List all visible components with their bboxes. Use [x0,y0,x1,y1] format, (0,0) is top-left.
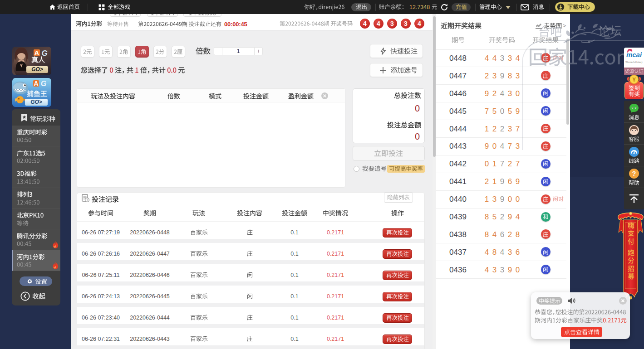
svg-text:¥: ¥ [632,76,636,83]
svg-text:G: G [41,80,46,87]
svg-text:A: A [34,80,38,87]
svg-text:?: ? [632,170,636,177]
